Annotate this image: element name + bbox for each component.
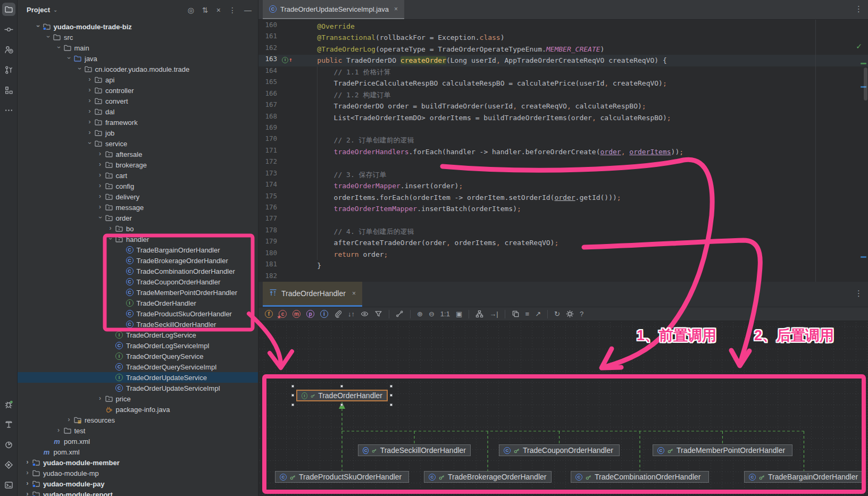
more-icon[interactable]: ⋮ <box>229 6 236 14</box>
chevron-collapsed-icon[interactable]: › <box>86 86 93 94</box>
tree-item-framework[interactable]: ›framework <box>18 117 258 128</box>
tree-item-controller[interactable]: ›controller <box>18 85 258 96</box>
tree-item-package-info-java[interactable]: package-info.java <box>18 404 258 415</box>
diagram-tab[interactable]: TradeOrderHandler × <box>263 282 362 307</box>
chevron-collapsed-icon[interactable]: › <box>97 171 104 179</box>
terminal-icon[interactable] <box>2 478 15 492</box>
fit-content-icon[interactable]: ▣ <box>456 310 462 318</box>
diagram-options-kebab-icon[interactable]: ⋮ <box>855 289 863 298</box>
debug-icon[interactable] <box>2 398 15 411</box>
tree-item-pom-xml[interactable]: mpom.xml <box>18 447 258 457</box>
chevron-collapsed-icon[interactable]: › <box>24 490 31 496</box>
chevron-expanded-icon[interactable]: › <box>86 140 94 147</box>
diagram-node-TradeProductSkuOrderHandler[interactable]: C TradeProductSkuOrderHandler <box>275 471 409 483</box>
tree-item-order[interactable]: ›order <box>18 213 258 223</box>
chevron-collapsed-icon[interactable]: › <box>24 480 31 487</box>
tree-item-TradeOrderUpdateService[interactable]: ITradeOrderUpdateService <box>18 372 258 383</box>
selection-handle[interactable] <box>340 403 343 406</box>
filter-icon[interactable] <box>374 310 382 318</box>
chevron-collapsed-icon[interactable]: › <box>86 75 93 83</box>
tree-item-TradeBrokerageOrderHandler[interactable]: CTradeBrokerageOrderHandler <box>18 255 258 266</box>
chevron-down-icon[interactable]: ⌄ <box>53 7 57 13</box>
tree-item-TradeBargainOrderHandler[interactable]: CTradeBargainOrderHandler <box>18 245 258 255</box>
selection-handle[interactable] <box>390 385 393 388</box>
chevron-collapsed-icon[interactable]: › <box>97 161 104 168</box>
editor-body[interactable]: 160161162163I↑16416516616716816917017117… <box>258 20 868 282</box>
actual-size-label[interactable]: 1:1 <box>440 310 450 318</box>
link-icon[interactable] <box>334 310 342 318</box>
chevron-collapsed-icon[interactable]: › <box>86 118 93 125</box>
tree-item-TradeOrderQueryService[interactable]: ITradeOrderQueryService <box>18 351 258 362</box>
chevron-collapsed-icon[interactable]: › <box>97 182 104 189</box>
chevron-expanded-icon[interactable]: › <box>55 44 62 51</box>
diagram-node-TradeCombinationOrderHandler[interactable]: C TradeCombinationOrderHandler <box>571 471 709 483</box>
diagram-node-TradeCouponOrderHandler[interactable]: C TradeCouponOrderHandler <box>499 444 620 456</box>
commit-icon[interactable] <box>2 23 15 36</box>
tree-item-brokerage[interactable]: ›brokerage <box>18 159 258 170</box>
zoom-out-icon[interactable]: ⊖ <box>429 310 435 318</box>
tree-item-bo[interactable]: ›bo <box>18 223 258 234</box>
tree-item-TradeOrderQueryServiceImpl[interactable]: CTradeOrderQueryServiceImpl <box>18 362 258 372</box>
tree-item-yudao-module-member[interactable]: ›yudao-module-member <box>18 457 258 468</box>
editor-scrollbar-thumb[interactable] <box>864 68 867 100</box>
notes-icon[interactable]: ≡ <box>525 310 530 318</box>
tree-item-src[interactable]: ›src <box>18 32 258 43</box>
tree-item-config[interactable]: ›config <box>18 181 258 191</box>
tab-options-kebab-icon[interactable]: ⋮ <box>855 4 863 14</box>
chevron-expanded-icon[interactable]: › <box>107 236 114 242</box>
tree-item-TradeCouponOrderHandler[interactable]: CTradeCouponOrderHandler <box>18 276 258 287</box>
tree-item-delivery[interactable]: ›delivery <box>18 191 258 202</box>
tree-item-aftersale[interactable]: ›aftersale <box>18 149 258 159</box>
tree-item-TradeOrderLogService[interactable]: ITradeOrderLogService <box>18 330 258 340</box>
tree-item-TradeOrderLogServiceImpl[interactable]: CTradeOrderLogServiceImpl <box>18 340 258 351</box>
diagram-node-TradeBargainOrderHandler[interactable]: C TradeBargainOrderHandler <box>744 471 864 483</box>
refresh-icon[interactable]: ↻ <box>554 310 560 318</box>
properties-toggle[interactable]: p <box>306 310 314 318</box>
chevron-collapsed-icon[interactable]: › <box>97 203 104 211</box>
chevron-expanded-icon[interactable]: › <box>34 23 41 30</box>
tree-item-TradeOrderUpdateServiceImpl[interactable]: CTradeOrderUpdateServiceImpl <box>18 383 258 393</box>
chevron-expanded-icon[interactable]: › <box>45 33 52 40</box>
diagram-node-TradeSeckillOrderHandler[interactable]: C TradeSeckillOrderHandler <box>358 444 471 456</box>
chevron-collapsed-icon[interactable]: › <box>24 469 31 476</box>
settings-gear-icon[interactable] <box>566 310 574 318</box>
selection-handle[interactable] <box>291 394 294 397</box>
tree-item-yudao-module-trade-biz[interactable]: ›yudao-module-trade-biz <box>18 21 258 32</box>
tree-item-dal[interactable]: ›dal <box>18 106 258 117</box>
tree-item-TradeSeckillOrderHandler[interactable]: CTradeSeckillOrderHandler <box>18 319 258 330</box>
tree-item-TradeMemberPointOrderHandler[interactable]: CTradeMemberPointOrderHandler <box>18 287 258 298</box>
chevron-expanded-icon[interactable]: › <box>76 65 83 72</box>
inner-classes-toggle[interactable]: i <box>320 310 328 318</box>
profiler-icon[interactable] <box>2 438 15 451</box>
tree-item-resources[interactable]: ›resources <box>18 415 258 425</box>
tree-item-cn-iocoder-yudao-module-trade[interactable]: ›cn.iocoder.yudao.module.trade <box>18 64 258 74</box>
chevron-collapsed-icon[interactable]: › <box>65 416 72 423</box>
collapse-all-icon[interactable]: × <box>216 6 221 14</box>
chevron-collapsed-icon[interactable]: › <box>24 458 31 466</box>
chevron-expanded-icon[interactable]: › <box>96 214 104 221</box>
project-panel-title[interactable]: Project <box>27 6 50 14</box>
more-tools-icon[interactable] <box>2 104 15 117</box>
scope-icon[interactable] <box>361 310 369 318</box>
zoom-in-icon[interactable]: ⊕ <box>417 310 423 318</box>
chat-help-icon[interactable] <box>2 43 15 56</box>
tree-item-yudao-module-report[interactable]: ›yudao-module-report <box>18 489 258 496</box>
tree-item-main[interactable]: ›main <box>18 43 258 53</box>
implements-gutter-icon[interactable]: I↑ <box>282 56 293 63</box>
chevron-collapsed-icon[interactable]: › <box>97 192 104 200</box>
tree-item-test[interactable]: ›test <box>18 425 258 436</box>
chevron-collapsed-icon[interactable]: › <box>55 426 62 434</box>
tree-item-yudao-module-mp[interactable]: ›yudao-module-mp <box>18 468 258 478</box>
constructors-toggle[interactable]: c★ <box>279 310 287 318</box>
diagram-node-TradeMemberPointOrderHandler[interactable]: C TradeMemberPointOrderHandler <box>653 444 792 456</box>
diagram-canvas[interactable]: I TradeOrderHandlerC TradeSeckillOrderHa… <box>258 321 868 496</box>
diagram-node-TradeBrokerageOrderHandler[interactable]: C TradeBrokerageOrderHandler <box>424 471 552 483</box>
help-icon[interactable]: ? <box>580 310 583 318</box>
selection-handle[interactable] <box>340 385 343 388</box>
tree-item-service[interactable]: ›service <box>18 138 258 149</box>
inspections-ok-icon[interactable]: ✓ <box>856 42 862 51</box>
selection-handle[interactable] <box>291 385 294 388</box>
edge-mode-icon[interactable] <box>396 310 404 318</box>
tree-item-TradeCombinationOrderHandler[interactable]: CTradeCombinationOrderHandler <box>18 266 258 276</box>
expand-icon[interactable]: ⇅ <box>202 6 208 14</box>
